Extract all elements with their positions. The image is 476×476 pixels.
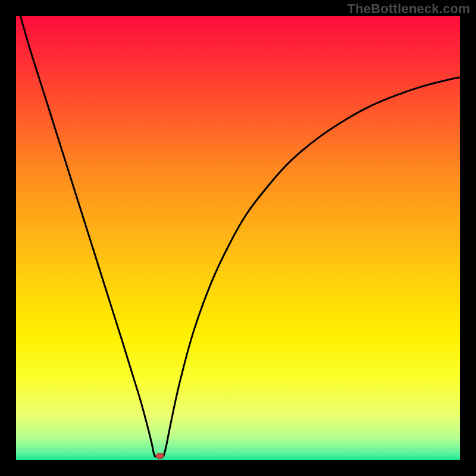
plot-area [16,16,460,460]
gradient-background [16,16,460,460]
plot-svg [16,16,460,460]
minimum-marker [156,453,164,459]
watermark-text: TheBottleneck.com [347,1,470,17]
chart-frame: TheBottleneck.com [0,0,476,476]
